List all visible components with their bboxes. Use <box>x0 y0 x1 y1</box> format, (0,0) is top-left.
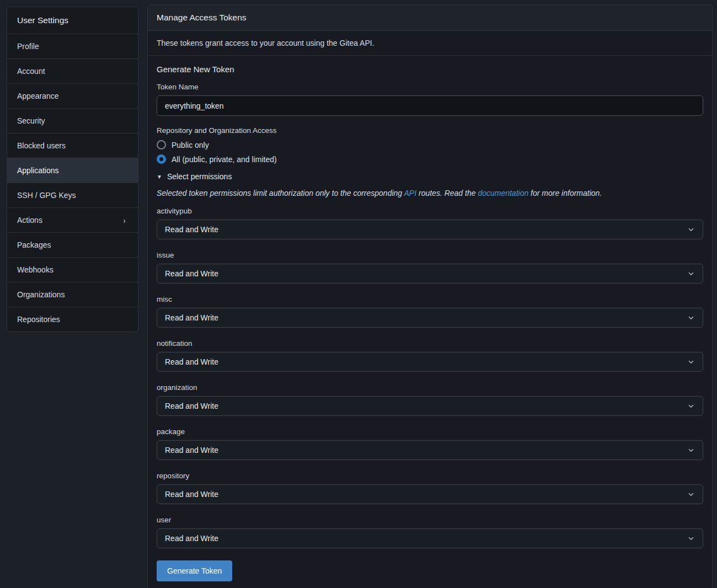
sidebar-item-label: Webhooks <box>17 265 53 274</box>
panel-description: These tokens grant access to your accoun… <box>148 31 712 56</box>
permissions-note: Selected token permissions limit authori… <box>157 189 703 197</box>
sidebar-item-label: Organizations <box>17 290 65 299</box>
select-value: Read and Write <box>165 225 218 234</box>
select-value: Read and Write <box>165 313 218 322</box>
token-name-input[interactable] <box>157 95 703 116</box>
scope-label-organization: organization <box>157 383 703 392</box>
scope-select-misc[interactable]: Read and Write <box>157 308 703 328</box>
scope-select-package[interactable]: Read and Write <box>157 440 703 460</box>
chevron-down-icon <box>687 314 695 322</box>
sidebar-item-organizations[interactable]: Organizations <box>7 282 138 307</box>
scope-label-issue: issue <box>157 251 703 259</box>
sidebar-item-label: Account <box>17 67 45 76</box>
sidebar-item-account[interactable]: Account <box>7 59 138 84</box>
chevron-down-icon <box>687 358 695 366</box>
sidebar-item-label: Repositories <box>17 315 60 324</box>
generate-new-token-heading: Generate New Token <box>157 65 703 74</box>
sidebar-item-ssh-gpg-keys[interactable]: SSH / GPG Keys <box>7 183 138 208</box>
sidebar-item-profile[interactable]: Profile <box>7 34 138 59</box>
scope-select-issue[interactable]: Read and Write <box>157 264 703 284</box>
sidebar-item-label: SSH / GPG Keys <box>17 191 76 200</box>
sidebar-item-label: Profile <box>17 42 39 51</box>
sidebar-item-blocked-users[interactable]: Blocked users <box>7 133 138 158</box>
caret-down-icon: ▼ <box>157 174 162 180</box>
sidebar-item-label: Packages <box>17 240 51 249</box>
radio-public-only[interactable]: Public only <box>157 140 703 149</box>
scope-select-organization[interactable]: Read and Write <box>157 396 703 416</box>
scope-label-misc: misc <box>157 295 703 303</box>
note-text: for more information. <box>528 189 602 197</box>
chevron-down-icon <box>687 490 695 498</box>
scope-label-activitypub: activitypub <box>157 207 703 215</box>
sidebar-item-label: Security <box>17 116 45 125</box>
select-value: Read and Write <box>165 490 218 499</box>
panel-title: Manage Access Tokens <box>148 5 712 31</box>
select-value: Read and Write <box>165 357 218 366</box>
scope-label-repository: repository <box>157 472 703 480</box>
chevron-down-icon <box>687 402 695 410</box>
note-text: routes. Read the <box>416 189 478 197</box>
sidebar-item-security[interactable]: Security <box>7 109 138 133</box>
sidebar-item-webhooks[interactable]: Webhooks <box>7 258 138 282</box>
sidebar-item-label: Actions <box>17 216 42 224</box>
sidebar-title: User Settings <box>7 7 138 34</box>
scope-select-activitypub[interactable]: Read and Write <box>157 220 703 239</box>
settings-sidebar: User Settings Profile Account Appearance… <box>7 7 138 332</box>
scope-label-package: package <box>157 427 703 436</box>
sidebar-item-label: Appearance <box>17 92 59 100</box>
scope-select-notification[interactable]: Read and Write <box>157 352 703 372</box>
sidebar-item-label: Applications <box>17 166 59 175</box>
select-value: Read and Write <box>165 534 218 543</box>
api-link[interactable]: API <box>404 189 417 197</box>
chevron-down-icon <box>687 226 695 233</box>
token-name-label: Token Name <box>157 83 703 91</box>
scope-label-notification: notification <box>157 339 703 348</box>
sidebar-item-appearance[interactable]: Appearance <box>7 84 138 109</box>
note-text: Selected token permissions limit authori… <box>157 189 404 197</box>
sidebar-item-applications[interactable]: Applications <box>7 158 138 183</box>
select-value: Read and Write <box>165 402 218 410</box>
scope-select-repository[interactable]: Read and Write <box>157 484 703 504</box>
sidebar-item-actions[interactable]: Actions › <box>7 208 138 233</box>
scope-label-user: user <box>157 516 703 524</box>
select-value: Read and Write <box>165 446 218 455</box>
chevron-down-icon <box>687 270 695 277</box>
chevron-right-icon: › <box>123 216 126 224</box>
manage-tokens-panel: Manage Access Tokens These tokens grant … <box>147 4 713 588</box>
chevron-down-icon <box>687 446 695 454</box>
sidebar-item-repositories[interactable]: Repositories <box>7 307 138 332</box>
generate-token-button[interactable]: Generate Token <box>157 560 232 581</box>
page: User Settings Profile Account Appearance… <box>0 0 717 588</box>
scope-select-user[interactable]: Read and Write <box>157 528 703 548</box>
documentation-link[interactable]: documentation <box>478 189 528 197</box>
radio-label: All (public, private, and limited) <box>172 155 277 164</box>
radio-icon <box>157 140 166 149</box>
sidebar-item-packages[interactable]: Packages <box>7 233 138 258</box>
repo-org-access-label: Repository and Organization Access <box>157 126 703 135</box>
select-value: Read and Write <box>165 269 218 278</box>
select-permissions-toggle[interactable]: ▼ Select permissions <box>157 172 703 181</box>
select-permissions-label: Select permissions <box>167 172 232 181</box>
radio-icon <box>157 154 166 164</box>
generate-token-form: Generate New Token Token Name Repository… <box>148 56 712 588</box>
sidebar-item-label: Blocked users <box>17 141 66 150</box>
radio-all-access[interactable]: All (public, private, and limited) <box>157 154 703 164</box>
radio-label: Public only <box>172 141 209 149</box>
chevron-down-icon <box>687 534 695 542</box>
